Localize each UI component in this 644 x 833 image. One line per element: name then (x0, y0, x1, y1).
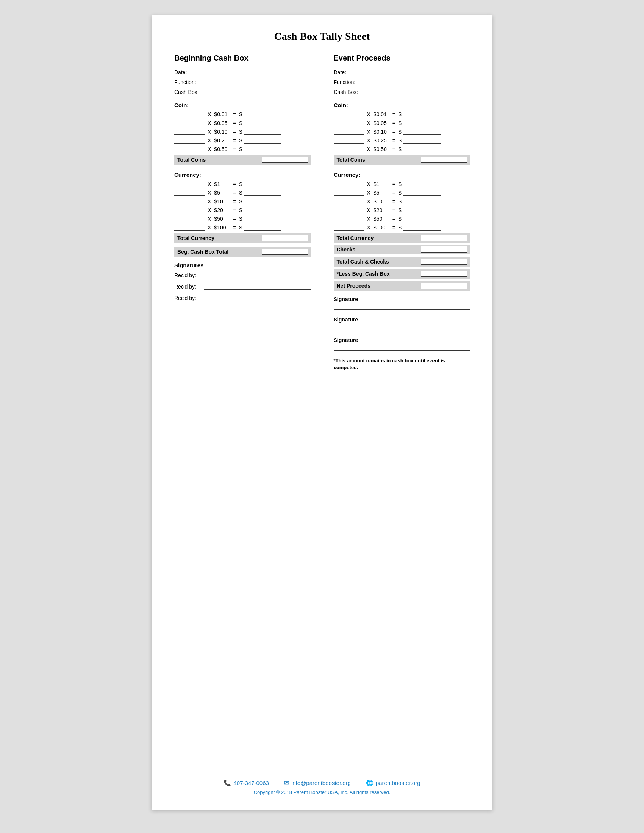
left-curr-row-1: X $1 = $ (174, 181, 311, 187)
right-function-label: Function: (334, 79, 364, 85)
right-total-cash-checks-line[interactable] (421, 259, 467, 265)
left-curr-result-3[interactable] (243, 198, 282, 204)
right-total-coins-label: Total Coins (337, 157, 422, 163)
right-signature-block: Signature Signature Signature (334, 296, 470, 351)
left-curr-qty-1[interactable] (174, 181, 204, 187)
left-cashbox-line[interactable] (207, 89, 311, 95)
right-coin-result-4[interactable] (403, 137, 441, 143)
right-curr-qty-4[interactable] (334, 207, 364, 213)
right-curr-qty-3[interactable] (334, 198, 364, 204)
left-sig-line-3[interactable] (204, 295, 311, 301)
right-curr-result-6[interactable] (403, 225, 441, 231)
email-icon: ✉ (284, 779, 289, 786)
right-curr-qty-6[interactable] (334, 225, 364, 231)
right-column: Event Proceeds Date: Function: Cash Box:… (322, 54, 470, 761)
footer-phone-item: 📞 407-347-0063 (224, 779, 269, 786)
left-coin-row-4: X $0.25 = $ (174, 137, 311, 143)
right-coin-qty-1[interactable] (334, 111, 364, 117)
left-total-currency-row: Total Currency (174, 233, 311, 243)
left-cashbox-row: Cash Box (174, 89, 311, 95)
right-coin-result-3[interactable] (403, 129, 441, 135)
right-coin-result-1[interactable] (403, 111, 441, 117)
left-curr-result-4[interactable] (243, 207, 282, 213)
left-curr-qty-2[interactable] (174, 190, 204, 196)
page: Cash Box Tally Sheet Beginning Cash Box … (151, 15, 493, 810)
right-currency-title: Currency: (334, 172, 470, 178)
right-net-proceeds-line[interactable] (421, 283, 467, 289)
left-coin-qty-4[interactable] (174, 137, 204, 143)
left-coin-row-2: X $0.05 = $ (174, 120, 311, 126)
right-net-proceeds-row: Net Proceeds (334, 281, 470, 291)
left-sig-label-1: Rec'd by: (174, 272, 203, 278)
right-coin-result-5[interactable] (403, 146, 441, 152)
left-section-title: Beginning Cash Box (174, 54, 311, 63)
right-curr-result-5[interactable] (403, 216, 441, 222)
left-curr-qty-5[interactable] (174, 216, 204, 222)
right-curr-result-2[interactable] (403, 190, 441, 196)
right-date-line[interactable] (366, 69, 470, 76)
right-total-cash-checks-row: Total Cash & Checks (334, 257, 470, 267)
left-curr-result-1[interactable] (243, 181, 282, 187)
left-curr-row-5: X $50 = $ (174, 216, 311, 222)
right-cashbox-row: Cash Box: (334, 89, 470, 95)
left-curr-qty-3[interactable] (174, 198, 204, 204)
right-coin-row-2: X $0.05 = $ (334, 120, 470, 126)
left-total-coins-line[interactable] (262, 157, 308, 163)
right-curr-result-4[interactable] (403, 207, 441, 213)
left-coin-result-3[interactable] (243, 129, 282, 135)
left-coin-result-2[interactable] (243, 120, 282, 126)
right-curr-qty-1[interactable] (334, 181, 364, 187)
right-coin-qty-2[interactable] (334, 120, 364, 126)
left-coin-result-5[interactable] (243, 146, 282, 152)
right-cashbox-line[interactable] (366, 89, 470, 95)
left-coin-qty-3[interactable] (174, 129, 204, 135)
right-coin-result-2[interactable] (403, 120, 441, 126)
left-coin-qty-1[interactable] (174, 111, 204, 117)
left-coin-qty-5[interactable] (174, 146, 204, 152)
right-total-coins-line[interactable] (421, 157, 467, 163)
left-curr-result-6[interactable] (243, 225, 282, 231)
right-function-line[interactable] (366, 79, 470, 85)
right-curr-qty-5[interactable] (334, 216, 364, 222)
right-sig-line-2[interactable] (334, 324, 470, 330)
right-coin-qty-5[interactable] (334, 146, 364, 152)
left-curr-result-5[interactable] (243, 216, 282, 222)
left-function-line[interactable] (207, 79, 311, 85)
right-coin-qty-4[interactable] (334, 137, 364, 143)
right-sig-line-3[interactable] (334, 344, 470, 351)
right-total-currency-row: Total Currency (334, 233, 470, 243)
left-sig-line-1[interactable] (204, 272, 311, 278)
right-date-label: Date: (334, 69, 364, 76)
left-date-line[interactable] (207, 69, 311, 76)
right-curr-result-1[interactable] (403, 181, 441, 187)
right-curr-result-3[interactable] (403, 198, 441, 204)
left-coin-result-4[interactable] (243, 137, 282, 143)
left-total-currency-label: Total Currency (177, 235, 262, 241)
left-sig-line-2[interactable] (204, 284, 311, 289)
left-coin-result-1[interactable] (243, 111, 282, 117)
footer-email[interactable]: info@parentbooster.org (291, 780, 351, 786)
right-coin-row-4: X $0.25 = $ (334, 137, 470, 143)
left-curr-qty-6[interactable] (174, 225, 204, 231)
left-signatures-title: Signatures (174, 262, 311, 269)
right-checks-line[interactable] (421, 246, 467, 252)
left-currency-title: Currency: (174, 172, 311, 178)
left-coin-qty-2[interactable] (174, 120, 204, 126)
footer-phone[interactable]: 407-347-0063 (233, 780, 269, 786)
left-curr-qty-4[interactable] (174, 207, 204, 213)
left-beg-total-line[interactable] (262, 249, 308, 255)
right-checks-row: Checks (334, 244, 470, 254)
right-curr-qty-2[interactable] (334, 190, 364, 196)
right-less-beg-line[interactable] (421, 271, 467, 277)
left-total-currency-line[interactable] (262, 235, 308, 241)
left-curr-result-2[interactable] (243, 190, 282, 196)
left-total-coins-label: Total Coins (177, 157, 262, 163)
right-coin-qty-3[interactable] (334, 129, 364, 135)
right-total-currency-line[interactable] (421, 235, 467, 241)
right-sig-line-1[interactable] (334, 304, 470, 310)
footer-website[interactable]: parentbooster.org (376, 780, 420, 786)
right-sig-label-2: Signature (334, 317, 470, 323)
right-curr-row-2: X $5 = $ (334, 190, 470, 196)
left-column: Beginning Cash Box Date: Function: Cash … (174, 54, 322, 761)
footer-website-item: 🌐 parentbooster.org (366, 779, 420, 786)
